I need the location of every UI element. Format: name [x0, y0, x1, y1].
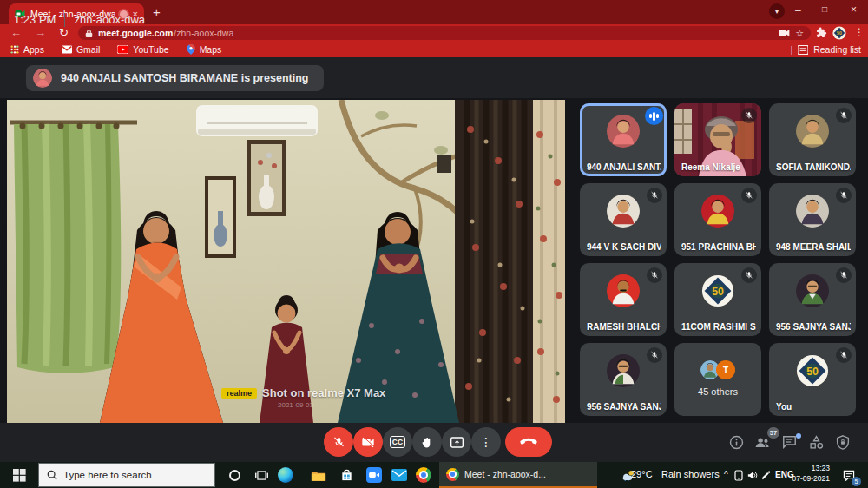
zoom-app-icon[interactable]: [361, 462, 387, 488]
air-conditioner: [196, 105, 318, 136]
weather-temp[interactable]: 29°C: [631, 469, 653, 479]
url-bar[interactable]: meet.google.com/zhn-aoox-dwa ☆: [78, 26, 811, 40]
participant-name: SOFIA TANIKONDA: [776, 162, 851, 172]
mic-toggle-button[interactable]: [324, 427, 353, 457]
new-tab-button[interactable]: +: [153, 5, 161, 18]
file-explorer-icon[interactable]: [306, 462, 332, 488]
hidden-icons-chevron[interactable]: ^: [724, 470, 728, 479]
more-options-button[interactable]: ⋮: [471, 427, 501, 457]
host-controls-button[interactable]: [832, 432, 853, 452]
presenting-banner-text: 940 ANJALI SANTOSH BIRAMANE is presentin…: [61, 72, 308, 84]
mic-off-icon: [836, 267, 852, 283]
mic-off-icon: [647, 188, 662, 203]
camera-in-use-icon[interactable]: [779, 29, 790, 37]
participant-name: Reema Nikalje: [681, 162, 756, 172]
mic-off-icon: [741, 188, 757, 203]
chrome-taskbar-icon[interactable]: [411, 462, 437, 488]
mail-app-icon[interactable]: [386, 462, 412, 488]
participant-name: 944 V K SACH DIV...: [587, 242, 661, 252]
gmail-icon: [62, 45, 72, 54]
meeting-code: zhn-aoox-dwa: [74, 13, 145, 26]
school-logo-avatar: 50: [701, 274, 734, 307]
meet-clock: 1:23 PM: [14, 13, 56, 26]
camera-toggle-button[interactable]: [353, 427, 383, 457]
tile-ramesh[interactable]: RAMESH BHALCH...: [580, 263, 667, 336]
avatar: [796, 115, 829, 148]
active-window-button[interactable]: Meet - zhn-aoox-d...: [439, 462, 597, 488]
avatar: [796, 274, 829, 307]
edge-icon[interactable]: [273, 462, 299, 488]
others-count: 45 others: [674, 386, 761, 397]
bookmark-gmail[interactable]: Gmail: [62, 44, 100, 55]
tile-sajnya-1[interactable]: 956 SAJNYA SANJ...: [769, 263, 856, 336]
avatar: [796, 195, 829, 228]
participant-name: 951 PRACHINA BH...: [681, 242, 756, 252]
bookmark-maps[interactable]: Maps: [187, 44, 222, 55]
mic-off-icon: [647, 267, 662, 283]
reading-list-button[interactable]: | Reading list: [790, 42, 861, 57]
mic-off-icon: [836, 188, 852, 203]
cortana-button[interactable]: [221, 462, 247, 488]
bookmark-apps[interactable]: Apps: [10, 44, 44, 55]
task-view-button[interactable]: [248, 462, 274, 488]
profile-chip[interactable]: ▾: [769, 3, 785, 19]
search-icon: [47, 470, 57, 480]
captions-button[interactable]: CC: [383, 427, 412, 457]
divider: [64, 13, 65, 27]
taskbar-clock[interactable]: 13:23 07-09-2021: [788, 464, 830, 485]
tile-944[interactable]: 944 V K SACH DIV...: [580, 183, 667, 256]
presentation-video[interactable]: [7, 100, 565, 423]
school-logo-avatar: 50: [796, 354, 829, 387]
browser-menu-icon[interactable]: ⋮: [854, 27, 865, 37]
raise-hand-button[interactable]: [412, 427, 442, 457]
avatar: [607, 115, 640, 148]
avatar: [607, 195, 640, 228]
tile-reema[interactable]: Reema Nikalje: [674, 103, 761, 176]
notification-count-badge: 5: [852, 477, 861, 486]
window-minimize-button[interactable]: –: [795, 5, 801, 16]
bookmark-star-icon[interactable]: ☆: [795, 28, 804, 39]
tile-951[interactable]: 951 PRACHINA BH...: [674, 183, 761, 256]
maps-pin-icon: [187, 44, 195, 55]
tile-anjali[interactable]: 940 ANJALI SANT...: [580, 103, 667, 176]
present-button[interactable]: [442, 427, 471, 457]
apps-grid-icon: [10, 45, 19, 54]
tile-11com-rashmi[interactable]: 50 11COM RASHMI S...: [674, 263, 761, 336]
screen: Meet - zhn-aoox-dwa × + ▾ – □ × ← → ↻ me…: [0, 0, 868, 488]
microsoft-store-icon[interactable]: [333, 462, 359, 488]
dark-floral-curtain: [455, 100, 533, 423]
window-close-button[interactable]: ×: [851, 4, 857, 15]
search-input[interactable]: [63, 470, 202, 480]
chrome-icon: [446, 468, 459, 481]
realme-badge: realme: [221, 388, 257, 399]
windows-ink-tray-icon[interactable]: [759, 462, 774, 488]
browser-avatar[interactable]: 50: [832, 26, 846, 40]
meeting-meta: 1:23 PM zhn-aoox-dwa: [14, 0, 145, 39]
tile-others[interactable]: T 45 others: [674, 343, 761, 416]
taskbar-search[interactable]: [38, 463, 215, 487]
weather-desc[interactable]: Rain showers: [661, 469, 720, 479]
participant-name: RAMESH BHALCH...: [587, 322, 661, 332]
green-curtain: [10, 122, 137, 373]
window-maximize-button[interactable]: □: [822, 5, 827, 14]
avatar-letter: T: [716, 360, 735, 379]
start-button[interactable]: [0, 462, 38, 488]
activities-button[interactable]: [806, 432, 826, 452]
bookmark-youtube[interactable]: YouTube: [117, 44, 168, 55]
tile-sajnya-2[interactable]: 956 SAJNYA SANJ...: [580, 343, 667, 416]
tile-you[interactable]: 50 You: [769, 343, 856, 416]
participant-name: 956 SAJNYA SANJ...: [587, 402, 661, 412]
avatar: [607, 354, 640, 387]
wall-switchboard: [437, 155, 451, 173]
audio-speaking-icon: [645, 107, 663, 125]
reading-list-icon: [798, 45, 808, 55]
mic-off-icon: [741, 267, 757, 283]
tile-sofia[interactable]: SOFIA TANIKONDA: [769, 103, 856, 176]
tile-948[interactable]: 948 MEERA SHAIL...: [769, 183, 856, 256]
meeting-details-button[interactable]: [726, 432, 746, 452]
participant-name: 948 MEERA SHAIL...: [776, 242, 851, 252]
extensions-icon[interactable]: [816, 27, 827, 38]
url-path: /zhn-aoox-dwa: [174, 28, 233, 38]
watermark-date: 2021-09-03: [278, 401, 313, 409]
end-call-button[interactable]: [505, 427, 552, 457]
